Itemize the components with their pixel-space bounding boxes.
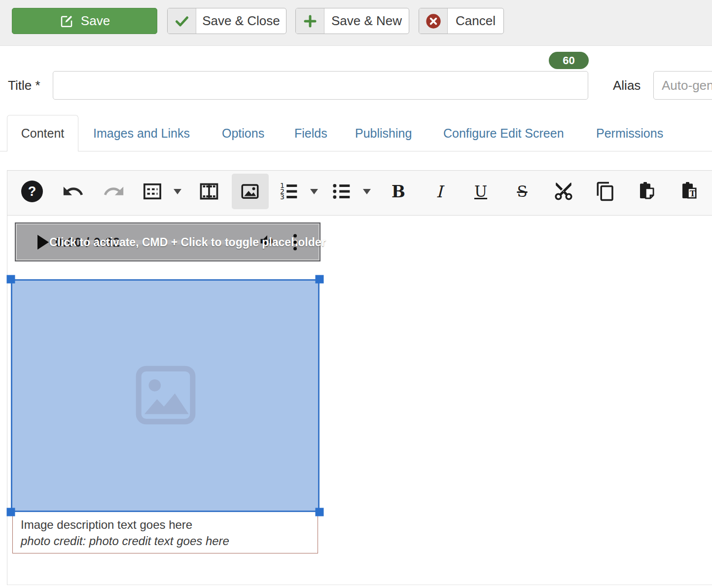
caret-down-icon — [363, 189, 371, 194]
question-mark-glyph: ? — [21, 181, 43, 202]
help-icon[interactable]: ? — [20, 174, 44, 209]
cut-icon[interactable] — [552, 174, 575, 209]
resize-handle-top-left[interactable] — [7, 275, 15, 284]
undo-icon[interactable] — [61, 174, 85, 209]
insert-image-icon[interactable] — [238, 174, 262, 209]
save-and-new-button[interactable]: Save & New — [295, 8, 409, 34]
image-description-text[interactable]: Image description text goes here — [21, 516, 229, 533]
copy-icon[interactable] — [594, 174, 617, 209]
tabs-divider — [0, 151, 712, 151]
resize-handle-top-right[interactable] — [316, 275, 324, 284]
resize-handle-bottom-left[interactable] — [7, 508, 15, 516]
alias-label: Alias — [613, 78, 641, 93]
play-icon[interactable] — [37, 235, 49, 250]
edit-pencil-icon — [59, 14, 74, 29]
audio-player-placeholder[interactable]: 0:00 / 0:32 Click to activate, CMD + Cli… — [15, 222, 320, 261]
save-and-new-label: Save & New — [324, 8, 409, 34]
paste-as-text-icon[interactable]: T — [677, 174, 701, 209]
italic-glyph: I — [436, 182, 442, 201]
media-icon[interactable] — [197, 174, 221, 209]
table-icon[interactable] — [141, 174, 164, 209]
checkmark-icon — [168, 8, 196, 34]
image-placeholder-icon — [126, 361, 205, 432]
save-and-close-label: Save & Close — [196, 8, 286, 34]
svg-text:3: 3 — [280, 193, 285, 201]
caret-down-icon — [174, 189, 181, 194]
save-and-close-button[interactable]: Save & Close — [167, 8, 286, 34]
unordered-list-icon[interactable] — [330, 174, 354, 209]
bold-glyph: B — [392, 182, 405, 201]
strikethrough-icon[interactable]: S — [510, 174, 534, 209]
save-button-label: Save — [81, 13, 110, 29]
tab-images-and-links[interactable]: Images and Links — [93, 126, 190, 141]
strikethrough-glyph: S — [517, 183, 527, 200]
paste-icon[interactable] — [635, 174, 659, 209]
tab-fields[interactable]: Fields — [294, 126, 327, 141]
title-char-counter-badge: 60 — [549, 52, 589, 69]
ordered-list-icon[interactable]: 1 2 3 — [277, 174, 301, 209]
cancel-label: Cancel — [448, 8, 503, 34]
table-dropdown-caret[interactable] — [172, 174, 183, 209]
article-edit-screen: Save Save & Close Save & New Cancel Titl… — [0, 0, 712, 588]
figure-caption[interactable]: Image description text goes here photo c… — [21, 516, 229, 549]
redo-icon[interactable] — [102, 174, 126, 209]
unordered-list-dropdown-caret[interactable] — [361, 174, 372, 209]
audio-menu-kebab-icon[interactable] — [293, 234, 297, 250]
tab-options[interactable]: Options — [222, 126, 264, 141]
title-input[interactable] — [53, 71, 588, 100]
svg-text:T: T — [690, 189, 696, 198]
tab-publishing[interactable]: Publishing — [355, 126, 412, 141]
alias-input[interactable] — [653, 71, 712, 100]
bold-icon[interactable]: B — [387, 174, 410, 209]
underline-glyph: U — [474, 183, 487, 200]
resize-handle-bottom-right[interactable] — [316, 508, 324, 516]
photo-credit-text[interactable]: photo credit: photo credit text goes her… — [21, 533, 229, 549]
underline-icon[interactable]: U — [469, 174, 493, 209]
placeholder-overlay-text: Click to activate, CMD + Click to toggle… — [49, 235, 291, 249]
ordered-list-dropdown-caret[interactable] — [309, 174, 320, 209]
tab-permissions[interactable]: Permissions — [596, 126, 663, 141]
plus-icon — [296, 8, 324, 34]
cancel-button[interactable]: Cancel — [419, 8, 504, 34]
cancel-x-icon — [419, 8, 448, 34]
caret-down-icon — [310, 189, 318, 194]
tab-content[interactable]: Content — [7, 115, 78, 151]
save-button[interactable]: Save — [12, 8, 157, 34]
action-toolbar: Save Save & Close Save & New Cancel — [0, 0, 712, 46]
italic-icon[interactable]: I — [427, 174, 451, 209]
title-label: Title * — [8, 78, 40, 93]
tab-configure-edit-screen[interactable]: Configure Edit Screen — [443, 126, 564, 141]
